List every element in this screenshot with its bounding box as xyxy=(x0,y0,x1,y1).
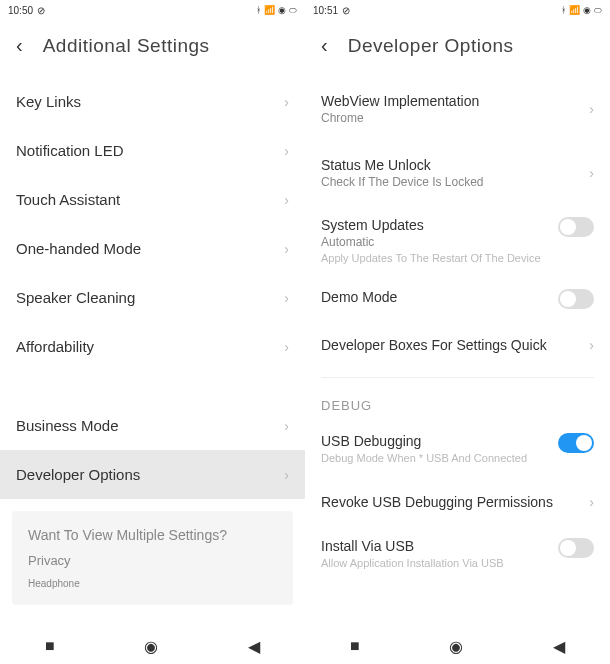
chevron-right-icon: › xyxy=(589,165,594,181)
signal-icon: 📶 xyxy=(264,5,275,15)
nav-bar: ■ ◉ ◀ xyxy=(305,628,610,664)
chevron-right-icon: › xyxy=(589,337,594,353)
toggle-demo-mode[interactable] xyxy=(558,289,594,309)
divider xyxy=(321,377,594,378)
toggle-install-via-usb[interactable] xyxy=(558,538,594,558)
nav-home-icon[interactable]: ◉ xyxy=(144,637,158,656)
item-desc: Allow Application Installation Via USB xyxy=(321,556,558,570)
item-label: Business Mode xyxy=(16,417,119,434)
page-title: Developer Options xyxy=(348,35,514,57)
item-touch-assistant[interactable]: Touch Assistant › xyxy=(0,175,305,224)
header: ‹ Additional Settings xyxy=(0,20,305,77)
nav-home-icon[interactable]: ◉ xyxy=(449,637,463,656)
back-icon[interactable]: ‹ xyxy=(16,34,23,57)
screen-developer-options: 10:51 ⊘ ᚼ 📶 ◉ ⬭ ‹ Developer Options WebV… xyxy=(305,0,610,664)
item-label: Developer Options xyxy=(16,466,140,483)
section-debug: DEBUG xyxy=(305,386,610,421)
nav-recent-icon[interactable]: ■ xyxy=(350,637,360,655)
item-demo-mode: Demo Mode xyxy=(305,277,610,321)
header: ‹ Developer Options xyxy=(305,20,610,77)
back-icon[interactable]: ‹ xyxy=(321,34,328,57)
toggle-usb-debugging[interactable] xyxy=(558,433,594,453)
wifi-icon: ◉ xyxy=(278,5,286,15)
info-headphone[interactable]: Headphone xyxy=(28,578,277,589)
item-label: Revoke USB Debugging Permissions xyxy=(321,494,589,510)
bluetooth-icon: ᚼ xyxy=(256,5,261,15)
battery-icon: ⬭ xyxy=(594,5,602,16)
item-label: Status Me Unlock xyxy=(321,157,589,173)
item-sub: Chrome xyxy=(321,111,589,125)
screen-additional-settings: 10:50 ⊘ ᚼ 📶 ◉ ⬭ ‹ Additional Settings Ke… xyxy=(0,0,305,664)
item-affordability[interactable]: Affordability › xyxy=(0,322,305,371)
chevron-right-icon: › xyxy=(284,192,289,208)
item-key-links[interactable]: Key Links › xyxy=(0,77,305,126)
item-sub: Automatic xyxy=(321,235,558,249)
chevron-right-icon: › xyxy=(284,418,289,434)
item-label: Notification LED xyxy=(16,142,124,159)
item-label: Demo Mode xyxy=(321,289,558,305)
item-label: System Updates xyxy=(321,217,558,233)
item-one-handed-mode[interactable]: One-handed Mode › xyxy=(0,224,305,273)
item-notification-led[interactable]: Notification LED › xyxy=(0,126,305,175)
item-label: Install Via USB xyxy=(321,538,558,554)
chevron-right-icon: › xyxy=(284,467,289,483)
chevron-right-icon: › xyxy=(284,241,289,257)
toggle-system-updates[interactable] xyxy=(558,217,594,237)
info-privacy[interactable]: Privacy xyxy=(28,553,277,568)
item-install-via-usb: Install Via USB Allow Application Instal… xyxy=(305,526,610,582)
item-label: Touch Assistant xyxy=(16,191,120,208)
signal-icon: 📶 xyxy=(569,5,580,15)
item-label: Affordability xyxy=(16,338,94,355)
item-system-updates: System Updates Automatic Apply Updates T… xyxy=(305,205,610,277)
item-revoke-usb-permissions[interactable]: Revoke USB Debugging Permissions › xyxy=(305,478,610,526)
chevron-right-icon: › xyxy=(284,290,289,306)
bluetooth-icon: ᚼ xyxy=(561,5,566,15)
item-desc: Apply Updates To The Restart Of The Devi… xyxy=(321,251,558,265)
item-label: Developer Boxes For Settings Quick xyxy=(321,337,589,353)
chevron-right-icon: › xyxy=(589,101,594,117)
item-desc: Debug Mode When * USB And Connected xyxy=(321,451,558,465)
nav-back-icon[interactable]: ◀ xyxy=(553,637,565,656)
chevron-right-icon: › xyxy=(589,494,594,510)
item-speaker-cleaning[interactable]: Speaker Cleaning › xyxy=(0,273,305,322)
page-title: Additional Settings xyxy=(43,35,210,57)
item-label: Key Links xyxy=(16,93,81,110)
item-usb-debugging: USB Debugging Debug Mode When * USB And … xyxy=(305,421,610,477)
info-card: Want To View Multiple Settings? Privacy … xyxy=(12,511,293,605)
chevron-right-icon: › xyxy=(284,94,289,110)
dnd-icon: ⊘ xyxy=(37,5,45,16)
wifi-icon: ◉ xyxy=(583,5,591,15)
battery-icon: ⬭ xyxy=(289,5,297,16)
item-developer-boxes[interactable]: Developer Boxes For Settings Quick › xyxy=(305,321,610,369)
dnd-icon: ⊘ xyxy=(342,5,350,16)
item-label: WebView Implementation xyxy=(321,93,589,109)
item-developer-options[interactable]: Developer Options › xyxy=(0,450,305,499)
nav-recent-icon[interactable]: ■ xyxy=(45,637,55,655)
info-line: Want To View Multiple Settings? xyxy=(28,527,277,543)
item-sub: Check If The Device Is Locked xyxy=(321,175,589,189)
item-status-me-unlock[interactable]: Status Me Unlock Check If The Device Is … xyxy=(305,141,610,205)
status-bar: 10:51 ⊘ ᚼ 📶 ◉ ⬭ xyxy=(305,0,610,20)
chevron-right-icon: › xyxy=(284,143,289,159)
item-business-mode[interactable]: Business Mode › xyxy=(0,401,305,450)
item-webview-implementation[interactable]: WebView Implementation Chrome › xyxy=(305,77,610,141)
status-bar: 10:50 ⊘ ᚼ 📶 ◉ ⬭ xyxy=(0,0,305,20)
item-label: Speaker Cleaning xyxy=(16,289,135,306)
item-label: One-handed Mode xyxy=(16,240,141,257)
chevron-right-icon: › xyxy=(284,339,289,355)
nav-bar: ■ ◉ ◀ xyxy=(0,628,305,664)
status-time: 10:51 xyxy=(313,5,338,16)
status-time: 10:50 xyxy=(8,5,33,16)
item-label: USB Debugging xyxy=(321,433,558,449)
nav-back-icon[interactable]: ◀ xyxy=(248,637,260,656)
